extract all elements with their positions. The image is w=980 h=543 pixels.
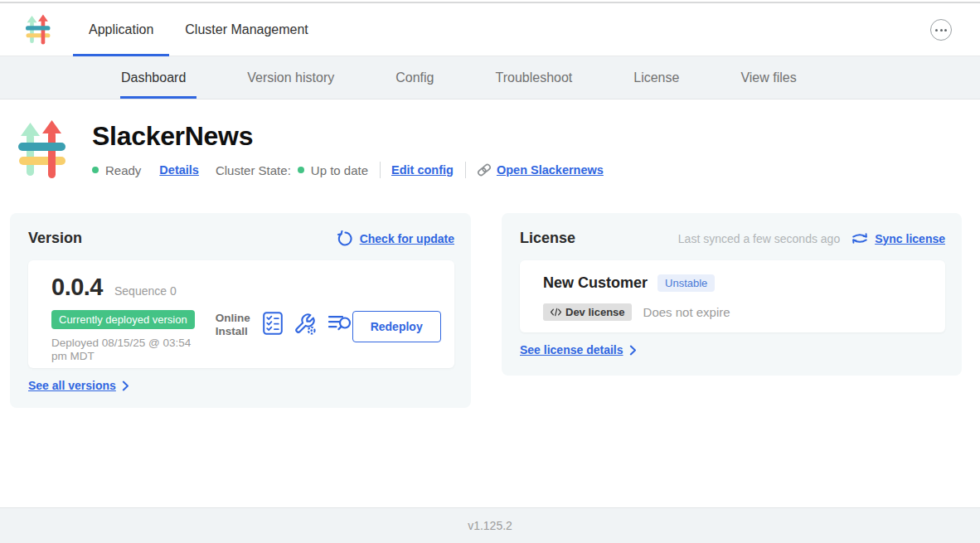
app-status-text: Ready [105,163,141,177]
tab-license-label: License [633,70,679,85]
tab-license[interactable]: License [633,56,679,99]
tab-application[interactable]: Application [73,3,169,56]
license-panel: New Customer Unstable Dev license Does n… [520,260,945,332]
customer-name: New Customer [543,274,648,292]
tab-version-history-label: Version history [247,70,334,85]
cluster-state-text: Up to date [311,163,368,177]
app-sub-nav: Dashboard Version history Config Trouble… [0,56,980,99]
footer: v1.125.2 [0,507,980,543]
tab-cluster-management-label: Cluster Management [185,22,308,37]
see-all-versions-link[interactable]: See all versions [28,379,129,392]
tab-cluster-management[interactable]: Cluster Management [169,3,324,56]
open-app-link[interactable]: Open Slackernews [477,162,604,177]
version-number: 0.0.4 [51,274,103,301]
top-nav-tabs: Application Cluster Management [73,3,324,56]
divider [465,162,466,178]
sync-license-link[interactable]: Sync license [851,232,945,245]
tab-dashboard[interactable]: Dashboard [121,56,186,99]
app-status-row: Ready Details Cluster State: Up to date … [92,162,604,178]
page-title: SlackerNews [92,120,604,152]
app-logo-large-icon [18,120,66,178]
code-icon [550,308,562,317]
tab-config-label: Config [395,70,434,85]
log-search-icon[interactable] [327,313,352,334]
license-card-title: License [520,230,575,247]
app-status-dot [92,167,99,173]
chevron-right-icon [122,381,129,391]
details-link[interactable]: Details [159,163,199,177]
tab-config[interactable]: Config [395,56,434,99]
cluster-state-dot [298,167,304,173]
version-card: Version Check for update 0.0.4 Sequence … [10,213,471,408]
app-header: SlackerNews Ready Details Cluster State:… [18,120,604,178]
tab-troubleshoot-label: Troubleshoot [495,70,572,85]
tab-dashboard-label: Dashboard [121,70,186,85]
tab-troubleshoot[interactable]: Troubleshoot [495,56,572,99]
last-synced-text: Last synced a few seconds ago [678,232,840,245]
license-expiry-text: Does not expire [643,305,730,319]
current-version-panel: 0.0.4 Sequence 0 Currently deployed vers… [28,260,454,368]
ellipsis-icon [935,29,938,32]
tab-application-label: Application [89,22,153,37]
license-type-badge: Dev license [543,303,632,321]
tab-view-files-label: View files [740,70,796,85]
currently-deployed-badge: Currently deployed version [51,310,195,329]
preflight-checklist-icon[interactable] [263,312,283,335]
redeploy-button[interactable]: Redeploy [352,311,441,342]
edit-config-link[interactable]: Edit config [391,163,454,177]
app-logo-icon [26,14,51,45]
license-card: License Last synced a few seconds ago Sy… [502,213,962,376]
cluster-state-label: Cluster State: [216,163,291,177]
install-type-label: Online Install [216,312,250,338]
check-for-update-link[interactable]: Check for update [337,230,454,247]
ellipsis-menu-button[interactable] [930,19,952,41]
refresh-icon [337,230,353,247]
tab-view-files[interactable]: View files [740,56,796,99]
console-version-text: v1.125.2 [468,519,512,532]
channel-badge: Unstable [657,274,715,292]
version-card-title: Version [28,230,82,247]
divider [380,162,381,178]
link-icon [477,162,492,177]
chevron-right-icon [629,345,637,356]
see-license-details-link[interactable]: See license details [520,343,637,356]
sync-arrows-icon [851,232,868,245]
deployed-timestamp: Deployed 08/15/25 @ 03:54 pm MDT [51,337,195,363]
wrench-gear-icon[interactable] [294,312,317,335]
top-nav: Application Cluster Management [0,3,980,56]
tab-version-history[interactable]: Version history [247,56,334,99]
sequence-label: Sequence 0 [114,284,177,298]
